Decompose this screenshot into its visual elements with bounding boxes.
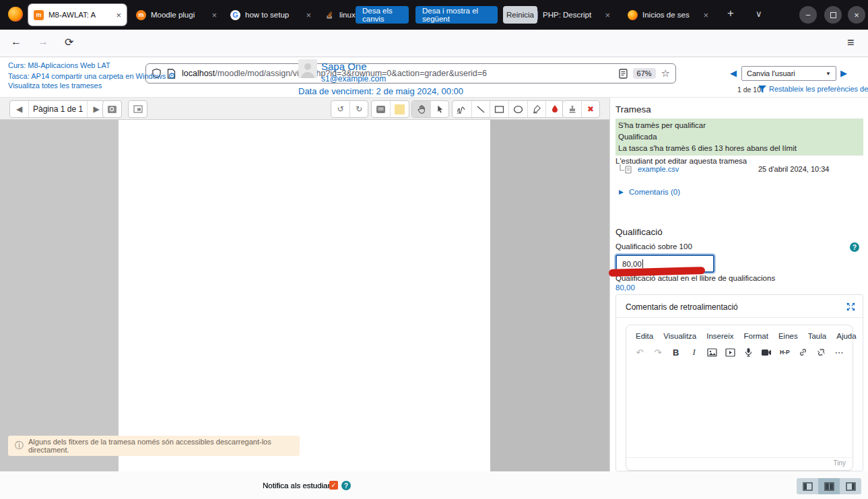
forward-button[interactable]: →	[38, 36, 48, 48]
layout-toggle-group	[797, 478, 861, 494]
link-icon[interactable]	[797, 347, 808, 358]
submission-file-link[interactable]: example.csv	[638, 165, 679, 173]
comments-expand-arrow[interactable]: ▶	[619, 189, 624, 195]
browser-tab[interactable]: Inicios de ses ×	[622, 4, 714, 26]
menu-view[interactable]: Visualitza	[663, 332, 696, 340]
moodle-favicon: m	[34, 10, 44, 20]
more-tools-icon[interactable]: ⋯	[834, 347, 844, 358]
pen-tool-button[interactable]	[453, 101, 471, 117]
menu-format[interactable]: Format	[744, 332, 768, 340]
tab-close-icon[interactable]: ×	[116, 10, 121, 20]
bold-icon[interactable]: B	[671, 347, 681, 358]
insert-media-icon[interactable]	[725, 347, 736, 358]
browser-tab[interactable]: m Moodle plugi ×	[131, 4, 222, 26]
stamp-tool-button[interactable]	[563, 101, 581, 117]
browser-toolbar: ← → ⟳ localhost/moodle/mod/assign/view.p…	[0, 30, 868, 57]
drag-hand-tool-button[interactable]	[412, 101, 430, 117]
save-and-next-button[interactable]: Desa i mostra el següent	[415, 6, 498, 24]
delete-annotation-button[interactable]: ✖	[581, 101, 599, 117]
rectangle-tool-button[interactable]	[490, 101, 508, 117]
menu-help[interactable]: Ajuda	[836, 332, 856, 340]
list-tabs-icon[interactable]: ∨	[756, 9, 762, 19]
filter-funnel-icon[interactable]	[758, 86, 766, 93]
menu-hamburger-icon[interactable]: ≡	[847, 36, 855, 50]
grade-help-icon[interactable]: ?	[850, 242, 859, 252]
reader-view-icon[interactable]	[619, 69, 628, 79]
insert-image-icon[interactable]	[707, 347, 718, 358]
previous-user-arrow[interactable]: ◀	[730, 68, 737, 78]
search-comments-button[interactable]	[103, 101, 121, 117]
tab-close-icon[interactable]: ×	[306, 10, 311, 20]
toggle-review-panel-button[interactable]	[129, 101, 147, 117]
notify-help-icon[interactable]: ?	[341, 481, 351, 490]
new-tab-button[interactable]: +	[727, 7, 734, 20]
redo-icon[interactable]: ↷	[653, 347, 663, 358]
tinymce-editor: Edita Visualitza Insereix Format Eines T…	[626, 325, 853, 471]
url-text[interactable]: localhost/moodle/mod/assign/view.php?id=…	[182, 69, 619, 78]
grade-label: Qualificació sobre 100	[615, 242, 692, 251]
submission-status-box: S'ha tramès per qualificar Qualificada L…	[615, 119, 863, 156]
window-maximize-button[interactable]	[824, 6, 842, 24]
select-tool-button[interactable]	[430, 101, 448, 117]
undo-icon[interactable]: ↶	[634, 347, 645, 358]
next-user-arrow[interactable]: ▶	[840, 68, 847, 78]
menu-table[interactable]: Taula	[808, 332, 827, 340]
grading-panel: Tramesa S'ha tramès per qualificar Quali…	[609, 98, 868, 471]
page-indicator: Pàgina 1 de 1	[28, 101, 87, 117]
current-grade-value: 80,00	[615, 284, 635, 292]
zoom-level-badge[interactable]: 67%	[633, 68, 656, 79]
firefox-favicon	[628, 10, 638, 20]
reset-button[interactable]: Reinicia	[503, 6, 537, 24]
menu-edit[interactable]: Edita	[636, 332, 653, 340]
comment-tool-button[interactable]	[372, 101, 390, 117]
previous-page-button[interactable]: ◀	[10, 101, 28, 117]
pdf-page[interactable]	[119, 120, 490, 471]
layout-collapse-left-button[interactable]	[797, 478, 818, 494]
due-date-text: Data de venciment: 2 de maig 2024, 00:00	[298, 86, 463, 96]
tab-close-icon[interactable]: ×	[605, 10, 610, 20]
comments-toggle-link[interactable]: Comentaris (0)	[629, 188, 680, 196]
record-video-icon[interactable]	[761, 347, 772, 358]
stackoverflow-favicon	[325, 10, 335, 20]
settings-gear-icon[interactable]: ⚙	[168, 71, 176, 81]
window-minimize-button[interactable]: −	[799, 6, 817, 24]
menu-tools[interactable]: Eines	[778, 332, 798, 340]
browser-tab[interactable]: m M8-AWLAT: A ×	[28, 4, 127, 26]
record-audio-icon[interactable]	[743, 347, 754, 358]
window-close-button[interactable]: ×	[848, 6, 865, 24]
breadcrumb-course[interactable]: Curs: M8-Aplicacions Web LAT	[8, 61, 110, 71]
layout-split-button[interactable]	[818, 478, 840, 494]
expand-group	[128, 100, 147, 118]
expand-feedback-icon[interactable]	[846, 302, 855, 311]
oval-tool-button[interactable]	[508, 101, 527, 117]
reset-preferences-link[interactable]: Restableix les preferències de la	[769, 85, 868, 93]
tab-close-icon[interactable]: ×	[703, 10, 708, 20]
yellow-color-swatch	[395, 104, 405, 114]
browser-tab[interactable]: G how to setup ×	[225, 4, 316, 26]
student-email-link[interactable]: s1@example.com	[321, 74, 386, 84]
annotation-color-button[interactable]	[545, 101, 564, 117]
firefox-logo-icon[interactable]	[8, 7, 23, 22]
h5p-icon[interactable]: H-P	[779, 347, 790, 358]
unlink-icon[interactable]	[815, 347, 826, 358]
change-user-select[interactable]: Canvia l'usuari ▼	[741, 66, 836, 81]
reload-button[interactable]: ⟳	[65, 36, 73, 48]
rotate-left-button[interactable]: ↺	[331, 101, 349, 117]
bookmark-star-icon[interactable]: ☆	[661, 67, 670, 79]
tab-close-icon[interactable]: ×	[211, 10, 217, 20]
save-changes-button[interactable]: Desa els canvis	[356, 6, 409, 24]
menu-insert[interactable]: Insereix	[706, 332, 733, 340]
highlight-tool-button[interactable]	[527, 101, 545, 117]
italic-icon[interactable]: I	[689, 347, 700, 358]
layout-collapse-right-button[interactable]	[840, 478, 861, 494]
url-bar[interactable]: localhost/moodle/mod/assign/view.php?id=…	[145, 63, 676, 84]
back-button[interactable]: ←	[11, 36, 22, 48]
rotate-right-button[interactable]: ↻	[349, 101, 368, 117]
student-name-link[interactable]: Sapa One	[321, 61, 367, 72]
notify-students-checkbox[interactable]: ✓	[329, 481, 338, 490]
breadcrumb-view-all-link[interactable]: Visualitza totes les trameses	[8, 81, 102, 91]
editor-content-area[interactable]	[626, 362, 853, 457]
line-tool-button[interactable]	[471, 101, 490, 117]
comment-color-button[interactable]	[390, 101, 409, 117]
breadcrumb-task[interactable]: Tasca: AP14 compartir una carpeta en Win…	[8, 71, 176, 81]
